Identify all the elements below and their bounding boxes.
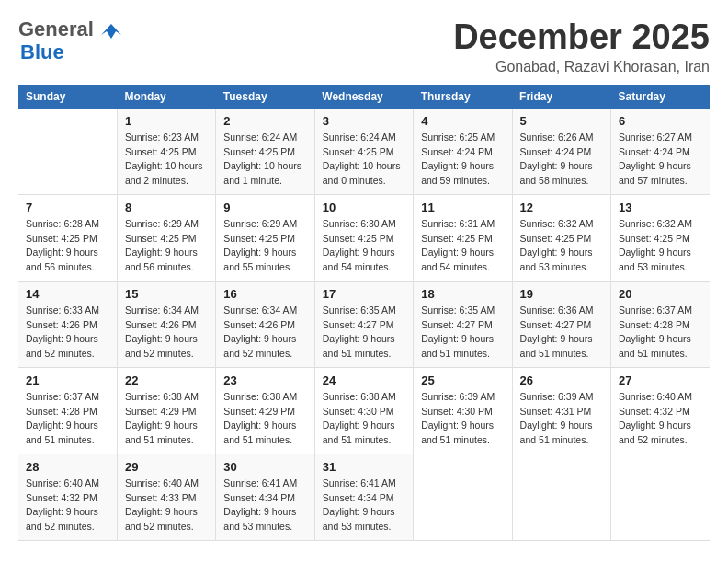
col-header-sunday: Sunday — [18, 85, 117, 109]
day-cell: 11Sunrise: 6:31 AMSunset: 4:25 PMDayligh… — [414, 194, 512, 281]
day-cell: 30Sunrise: 6:41 AMSunset: 4:34 PMDayligh… — [216, 454, 314, 540]
day-cell: 15Sunrise: 6:34 AMSunset: 4:26 PMDayligh… — [117, 281, 215, 367]
day-cell: 2Sunrise: 6:24 AMSunset: 4:25 PMDaylight… — [216, 109, 314, 195]
day-cell: 5Sunrise: 6:26 AMSunset: 4:24 PMDaylight… — [512, 109, 610, 195]
day-cell: 14Sunrise: 6:33 AMSunset: 4:26 PMDayligh… — [18, 281, 117, 367]
day-cell — [414, 454, 512, 540]
col-header-wednesday: Wednesday — [314, 85, 413, 109]
day-info: Sunrise: 6:26 AMSunset: 4:24 PMDaylight:… — [520, 131, 603, 189]
day-number: 17 — [323, 287, 405, 301]
day-info: Sunrise: 6:39 AMSunset: 4:31 PMDaylight:… — [520, 390, 603, 448]
day-number: 2 — [223, 114, 306, 128]
day-info: Sunrise: 6:39 AMSunset: 4:30 PMDaylight:… — [421, 390, 504, 448]
calendar-table: SundayMondayTuesdayWednesdayThursdayFrid… — [18, 85, 710, 541]
day-number: 19 — [520, 287, 603, 301]
day-cell: 21Sunrise: 6:37 AMSunset: 4:28 PMDayligh… — [18, 367, 117, 454]
day-number: 4 — [421, 114, 504, 128]
day-cell — [18, 109, 117, 195]
day-info: Sunrise: 6:40 AMSunset: 4:32 PMDaylight:… — [619, 390, 702, 448]
day-info: Sunrise: 6:37 AMSunset: 4:28 PMDaylight:… — [26, 390, 109, 448]
day-info: Sunrise: 6:36 AMSunset: 4:27 PMDaylight:… — [520, 304, 603, 362]
day-cell: 10Sunrise: 6:30 AMSunset: 4:25 PMDayligh… — [314, 194, 413, 281]
logo-blue: Blue — [20, 40, 64, 63]
day-cell: 19Sunrise: 6:36 AMSunset: 4:27 PMDayligh… — [512, 281, 610, 367]
logo-bird-icon — [101, 22, 121, 39]
day-cell: 31Sunrise: 6:41 AMSunset: 4:34 PMDayligh… — [314, 454, 413, 540]
day-cell: 24Sunrise: 6:38 AMSunset: 4:30 PMDayligh… — [314, 367, 413, 454]
logo-general: General — [18, 17, 94, 40]
day-info: Sunrise: 6:29 AMSunset: 4:25 PMDaylight:… — [223, 217, 306, 275]
day-info: Sunrise: 6:33 AMSunset: 4:26 PMDaylight:… — [26, 304, 109, 362]
day-number: 13 — [619, 201, 702, 214]
day-number: 15 — [125, 287, 208, 301]
day-number: 8 — [125, 201, 208, 214]
day-number: 18 — [421, 287, 504, 301]
day-number: 9 — [223, 201, 306, 214]
day-cell: 23Sunrise: 6:38 AMSunset: 4:29 PMDayligh… — [216, 367, 314, 454]
title-section: December 2025 Gonabad, Razavi Khorasan, … — [453, 18, 710, 75]
day-cell: 17Sunrise: 6:35 AMSunset: 4:27 PMDayligh… — [314, 281, 413, 367]
day-cell: 28Sunrise: 6:40 AMSunset: 4:32 PMDayligh… — [18, 454, 117, 540]
day-cell: 20Sunrise: 6:37 AMSunset: 4:28 PMDayligh… — [611, 281, 710, 367]
day-number: 29 — [125, 460, 208, 474]
day-number: 10 — [323, 201, 405, 214]
week-row-2: 7Sunrise: 6:28 AMSunset: 4:25 PMDaylight… — [18, 194, 710, 281]
day-cell: 25Sunrise: 6:39 AMSunset: 4:30 PMDayligh… — [414, 367, 512, 454]
col-header-friday: Friday — [512, 85, 610, 109]
day-info: Sunrise: 6:29 AMSunset: 4:25 PMDaylight:… — [125, 217, 208, 275]
day-info: Sunrise: 6:32 AMSunset: 4:25 PMDaylight:… — [619, 217, 702, 275]
day-number: 14 — [26, 287, 109, 301]
day-number: 21 — [26, 373, 109, 387]
day-cell: 4Sunrise: 6:25 AMSunset: 4:24 PMDaylight… — [414, 109, 512, 195]
day-cell: 8Sunrise: 6:29 AMSunset: 4:25 PMDaylight… — [117, 194, 215, 281]
day-info: Sunrise: 6:38 AMSunset: 4:30 PMDaylight:… — [323, 390, 405, 448]
day-cell: 22Sunrise: 6:38 AMSunset: 4:29 PMDayligh… — [117, 367, 215, 454]
col-header-thursday: Thursday — [414, 85, 512, 109]
day-info: Sunrise: 6:37 AMSunset: 4:28 PMDaylight:… — [619, 304, 702, 362]
day-number: 7 — [26, 201, 109, 214]
day-cell: 3Sunrise: 6:24 AMSunset: 4:25 PMDaylight… — [314, 109, 413, 195]
day-number: 5 — [520, 114, 603, 128]
day-number: 1 — [125, 114, 208, 128]
day-info: Sunrise: 6:34 AMSunset: 4:26 PMDaylight:… — [125, 304, 208, 362]
day-number: 24 — [323, 373, 405, 387]
day-number: 23 — [223, 373, 306, 387]
day-cell: 27Sunrise: 6:40 AMSunset: 4:32 PMDayligh… — [611, 367, 710, 454]
day-number: 26 — [520, 373, 603, 387]
day-number: 6 — [619, 114, 702, 128]
day-cell — [611, 454, 710, 540]
location: Gonabad, Razavi Khorasan, Iran — [453, 59, 710, 75]
month-title: December 2025 — [453, 18, 710, 57]
day-info: Sunrise: 6:31 AMSunset: 4:25 PMDaylight:… — [421, 217, 504, 275]
day-cell: 12Sunrise: 6:32 AMSunset: 4:25 PMDayligh… — [512, 194, 610, 281]
logo-text: General — [18, 18, 121, 40]
day-info: Sunrise: 6:41 AMSunset: 4:34 PMDaylight:… — [223, 477, 306, 534]
col-header-saturday: Saturday — [611, 85, 710, 109]
day-info: Sunrise: 6:34 AMSunset: 4:26 PMDaylight:… — [223, 304, 306, 362]
day-number: 11 — [421, 201, 504, 214]
day-cell: 29Sunrise: 6:40 AMSunset: 4:33 PMDayligh… — [117, 454, 215, 540]
day-info: Sunrise: 6:32 AMSunset: 4:25 PMDaylight:… — [520, 217, 603, 275]
logo: General Blue — [18, 18, 121, 64]
day-number: 30 — [223, 460, 306, 474]
day-info: Sunrise: 6:38 AMSunset: 4:29 PMDaylight:… — [223, 390, 306, 448]
col-header-tuesday: Tuesday — [216, 85, 314, 109]
day-info: Sunrise: 6:23 AMSunset: 4:25 PMDaylight:… — [125, 131, 208, 189]
day-info: Sunrise: 6:27 AMSunset: 4:24 PMDaylight:… — [619, 131, 702, 189]
week-row-3: 14Sunrise: 6:33 AMSunset: 4:26 PMDayligh… — [18, 281, 710, 367]
day-info: Sunrise: 6:28 AMSunset: 4:25 PMDaylight:… — [26, 217, 109, 275]
day-info: Sunrise: 6:24 AMSunset: 4:25 PMDaylight:… — [323, 131, 405, 189]
day-info: Sunrise: 6:40 AMSunset: 4:33 PMDaylight:… — [125, 477, 208, 534]
day-cell: 1Sunrise: 6:23 AMSunset: 4:25 PMDaylight… — [117, 109, 215, 195]
day-info: Sunrise: 6:35 AMSunset: 4:27 PMDaylight:… — [323, 304, 405, 362]
day-info: Sunrise: 6:38 AMSunset: 4:29 PMDaylight:… — [125, 390, 208, 448]
day-number: 20 — [619, 287, 702, 301]
day-cell: 6Sunrise: 6:27 AMSunset: 4:24 PMDaylight… — [611, 109, 710, 195]
page-header: General Blue December 2025 Gonabad, Raza… — [18, 18, 710, 75]
day-info: Sunrise: 6:30 AMSunset: 4:25 PMDaylight:… — [323, 217, 405, 275]
week-row-1: 1Sunrise: 6:23 AMSunset: 4:25 PMDaylight… — [18, 109, 710, 195]
week-row-4: 21Sunrise: 6:37 AMSunset: 4:28 PMDayligh… — [18, 367, 710, 454]
day-info: Sunrise: 6:40 AMSunset: 4:32 PMDaylight:… — [26, 477, 109, 534]
day-number: 31 — [323, 460, 405, 474]
day-cell: 13Sunrise: 6:32 AMSunset: 4:25 PMDayligh… — [611, 194, 710, 281]
